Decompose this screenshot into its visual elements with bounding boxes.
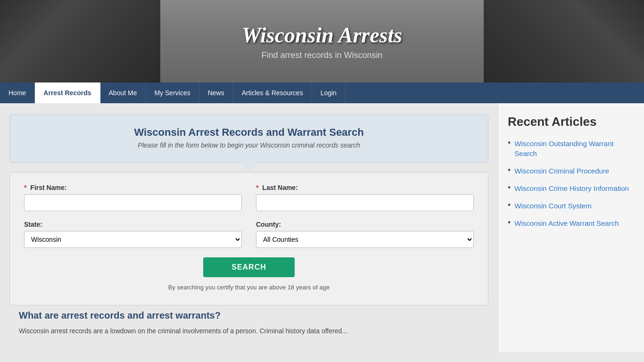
header-content: Wisconsin Arrests Find arrest records in… xyxy=(242,23,402,60)
nav-arrest-records[interactable]: Arrest Records xyxy=(35,82,100,103)
county-select[interactable]: All CountiesAdamsAshlandBarronBayfieldBr… xyxy=(256,231,474,248)
list-item: Wisconsin Court System xyxy=(508,201,635,211)
name-row: * First Name: * Last Name: xyxy=(24,184,474,211)
nav-home[interactable]: Home xyxy=(0,82,35,103)
required-star-first: * xyxy=(24,184,26,191)
first-name-label: * First Name: xyxy=(24,184,242,191)
sidebar-article-link[interactable]: Wisconsin Criminal Procedure xyxy=(514,166,609,176)
main-nav: Home Arrest Records About Me My Services… xyxy=(0,82,644,103)
first-name-input[interactable] xyxy=(24,194,242,211)
search-form: * First Name: * Last Name: State: xyxy=(9,172,488,305)
required-star-last: * xyxy=(256,184,258,191)
last-name-input[interactable] xyxy=(256,194,474,211)
header-right-image xyxy=(484,0,644,82)
county-group: County: All CountiesAdamsAshlandBarronBa… xyxy=(256,221,474,248)
nav-news[interactable]: News xyxy=(199,82,233,103)
county-label: County: xyxy=(256,221,474,228)
search-card-subtitle: Please fill in the form below to begin y… xyxy=(24,141,474,149)
location-row: State: Wisconsin County: All CountiesAda… xyxy=(24,221,474,248)
sidebar-title: Recent Articles xyxy=(508,115,635,129)
sidebar: Recent Articles Wisconsin Outstanding Wa… xyxy=(498,103,644,352)
site-header: Wisconsin Arrests Find arrest records in… xyxy=(0,0,644,82)
nav-login[interactable]: Login xyxy=(312,82,346,103)
bottom-section: What are arrest records and arrest warra… xyxy=(9,305,488,341)
list-item: Wisconsin Criminal Procedure xyxy=(508,166,635,176)
header-left-image xyxy=(0,0,160,82)
certify-text: By searching you certify that you are ab… xyxy=(24,284,474,291)
last-name-label: * Last Name: xyxy=(256,184,474,191)
bottom-title: What are arrest records and arrest warra… xyxy=(19,310,479,321)
search-card: Wisconsin Arrest Records and Warrant Sea… xyxy=(9,115,488,163)
first-name-group: * First Name: xyxy=(24,184,242,211)
site-title: Wisconsin Arrests xyxy=(242,23,402,48)
sidebar-article-link[interactable]: Wisconsin Court System xyxy=(514,201,591,211)
state-select[interactable]: Wisconsin xyxy=(24,231,242,248)
main-container: Wisconsin Arrest Records and Warrant Sea… xyxy=(0,103,644,352)
recent-articles-list: Wisconsin Outstanding Warrant SearchWisc… xyxy=(508,139,635,228)
list-item: Wisconsin Outstanding Warrant Search xyxy=(508,139,635,158)
search-card-title: Wisconsin Arrest Records and Warrant Sea… xyxy=(24,126,474,139)
site-subtitle: Find arrest records in Wisconsin xyxy=(242,50,402,60)
state-group: State: Wisconsin xyxy=(24,221,242,248)
nav-about-me[interactable]: About Me xyxy=(100,82,146,103)
search-card-arrow xyxy=(240,162,257,172)
sidebar-article-link[interactable]: Wisconsin Crime History Information xyxy=(514,183,629,193)
sidebar-article-link[interactable]: Wisconsin Outstanding Warrant Search xyxy=(514,139,635,158)
content-area: Wisconsin Arrest Records and Warrant Sea… xyxy=(0,103,498,352)
sidebar-article-link[interactable]: Wisconsin Active Warrant Search xyxy=(514,218,619,228)
last-name-group: * Last Name: xyxy=(256,184,474,211)
state-label: State: xyxy=(24,221,242,228)
nav-my-services[interactable]: My Services xyxy=(146,82,199,103)
list-item: Wisconsin Crime History Information xyxy=(508,183,635,193)
list-item: Wisconsin Active Warrant Search xyxy=(508,218,635,228)
search-button[interactable]: SEARCH xyxy=(203,257,295,277)
nav-articles[interactable]: Articles & Resources xyxy=(233,82,312,103)
bottom-text: Wisconsin arrest records are a lowdown o… xyxy=(19,326,479,336)
